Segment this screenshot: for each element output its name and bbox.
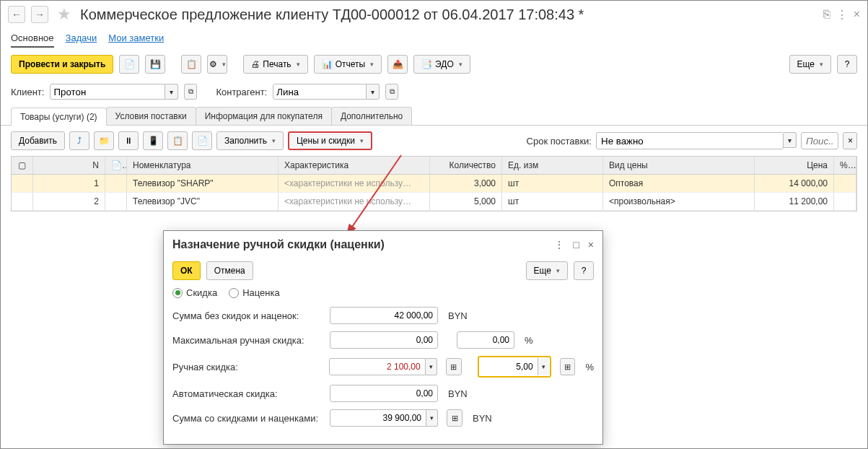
- post-and-close-button[interactable]: Провести и закрыть: [11, 55, 113, 74]
- tab-main[interactable]: Основное: [11, 32, 54, 48]
- print-button[interactable]: 🖨 Печать▾: [243, 55, 307, 74]
- link-icon[interactable]: ⎘: [823, 8, 830, 22]
- dialog-help-button[interactable]: ?: [574, 261, 594, 280]
- currency-label-3: BYN: [473, 413, 492, 424]
- clear-search-button[interactable]: ×: [843, 132, 857, 149]
- sum-no-discount-label: Сумма без скидок и наценок:: [172, 310, 324, 321]
- col-status-icon: ▢: [12, 157, 33, 174]
- manual-discount-input[interactable]: [329, 358, 426, 375]
- col-price-type[interactable]: Вид цены: [603, 157, 755, 174]
- tree-icon[interactable]: ⤴: [69, 131, 89, 150]
- col-unit[interactable]: Ед. изм: [502, 157, 603, 174]
- paste-icon[interactable]: 📄: [192, 131, 212, 150]
- ok-button[interactable]: ОК: [172, 261, 201, 280]
- calculator-pct-icon[interactable]: ⊞: [560, 358, 576, 375]
- col-flag-icon: 📄: [105, 157, 127, 174]
- col-price[interactable]: Цена: [755, 157, 834, 174]
- sum-with-discount-input[interactable]: [330, 409, 426, 427]
- table-row[interactable]: 1 Телевизор "SHARP" <характеристики не и…: [12, 175, 856, 193]
- percent-label: %: [525, 335, 533, 346]
- tab-tasks[interactable]: Задачи: [66, 32, 97, 48]
- counterparty-label: Контрагент:: [216, 87, 267, 97]
- save-icon[interactable]: 📄: [119, 55, 139, 74]
- client-label: Клиент:: [11, 87, 44, 97]
- doc-tab-delivery[interactable]: Условия поставки: [106, 107, 196, 125]
- delivery-term-label: Срок поставки:: [527, 136, 592, 147]
- manual-discount-spinner[interactable]: ▾: [426, 358, 437, 375]
- barcode-icon[interactable]: ⏸: [118, 131, 139, 150]
- more-button[interactable]: Еще▾: [789, 55, 831, 74]
- dialog-maximize-icon[interactable]: □: [573, 239, 579, 250]
- dialog-menu-icon[interactable]: ⋮: [554, 239, 564, 250]
- forward-button[interactable]: →: [31, 6, 48, 23]
- cancel-button[interactable]: Отмена: [206, 261, 253, 280]
- auto-discount-label: Автоматическая скидка:: [172, 388, 324, 399]
- tab-notes[interactable]: Мои заметки: [108, 32, 164, 48]
- document-title: Коммерческое предложение клиенту ТД00-00…: [80, 6, 817, 23]
- col-characteristic[interactable]: Характеристика: [279, 157, 430, 174]
- reports-button[interactable]: 📊 Отчеты▾: [314, 55, 382, 74]
- manual-discount-pct-input[interactable]: [480, 358, 538, 375]
- menu-icon[interactable]: ⋮: [836, 8, 848, 22]
- table-row[interactable]: 2 Телевизор "JVC" <характеристики не исп…: [12, 193, 856, 211]
- favorite-icon[interactable]: ★: [57, 5, 71, 24]
- help-button[interactable]: ?: [837, 55, 857, 74]
- dialog-close-icon[interactable]: ×: [588, 239, 594, 250]
- search-input[interactable]: [801, 132, 838, 149]
- action-icon[interactable]: ⚙▾: [207, 55, 227, 74]
- copy-icon[interactable]: 📋: [167, 131, 188, 150]
- col-auto-discount[interactable]: % ав: [834, 157, 856, 174]
- col-n[interactable]: N: [33, 157, 105, 174]
- calculator-icon[interactable]: ⊞: [446, 358, 462, 375]
- save2-icon[interactable]: 💾: [145, 55, 165, 74]
- currency-label-2: BYN: [448, 388, 468, 399]
- max-discount-label: Максимальная ручная скидка:: [172, 335, 324, 346]
- max-discount-input[interactable]: [330, 331, 438, 349]
- sum-with-discount-label: Сумма со скидками и наценками:: [172, 413, 324, 424]
- sum-no-discount-input[interactable]: [330, 307, 438, 324]
- sum-calculator-icon[interactable]: ⊞: [447, 409, 463, 427]
- doc-tab-goods[interactable]: Товары (услуги) (2): [11, 108, 107, 126]
- manual-discount-pct-spinner[interactable]: ▾: [538, 358, 549, 375]
- goods-table: ▢ N 📄 Номенклатура Характеристика Количе…: [11, 156, 857, 212]
- manual-discount-dialog: Назначение ручной скидки (наценки) ⋮ □ ×…: [163, 230, 603, 445]
- edo-button[interactable]: 📑 ЭДО▾: [413, 55, 470, 74]
- folder-icon[interactable]: 📁: [94, 131, 114, 150]
- radio-markup[interactable]: Наценка: [229, 287, 280, 298]
- col-nomenclature[interactable]: Номенклатура: [127, 157, 279, 174]
- delivery-term-input[interactable]: [596, 132, 784, 149]
- fill-button[interactable]: Заполнить▾: [216, 131, 284, 150]
- prices-discounts-button[interactable]: Цены и скидки▾: [288, 131, 372, 150]
- counterparty-input[interactable]: [273, 84, 367, 100]
- back-button[interactable]: ←: [8, 6, 25, 23]
- dialog-title: Назначение ручной скидки (наценки): [172, 238, 554, 251]
- calc-icon[interactable]: 📱: [143, 131, 163, 150]
- delivery-term-dropdown[interactable]: ▾: [784, 132, 797, 148]
- export-icon[interactable]: 📤: [387, 55, 408, 74]
- doc-tab-extra[interactable]: Дополнительно: [331, 107, 412, 125]
- max-discount-pct-input[interactable]: [457, 331, 514, 349]
- client-open-icon[interactable]: ⧉: [184, 84, 197, 100]
- col-quantity[interactable]: Количество: [430, 157, 502, 174]
- list-icon[interactable]: 📋: [181, 55, 201, 74]
- counterparty-open-icon[interactable]: ⧉: [385, 84, 398, 100]
- counterparty-dropdown[interactable]: ▾: [367, 84, 380, 100]
- close-icon[interactable]: ×: [854, 8, 860, 22]
- manual-discount-label: Ручная скидка:: [172, 362, 323, 372]
- dialog-more-button[interactable]: Еще▾: [526, 261, 568, 280]
- sum-with-spinner[interactable]: ▾: [426, 409, 438, 427]
- auto-discount-input[interactable]: [330, 385, 438, 402]
- client-input[interactable]: [50, 84, 165, 100]
- percent-label-2: %: [585, 362, 594, 372]
- doc-tab-buyer-info[interactable]: Информация для покупателя: [196, 107, 332, 125]
- client-dropdown[interactable]: ▾: [165, 84, 178, 100]
- radio-discount[interactable]: Скидка: [172, 287, 217, 298]
- add-button[interactable]: Добавить: [11, 131, 65, 150]
- currency-label: BYN: [448, 310, 468, 321]
